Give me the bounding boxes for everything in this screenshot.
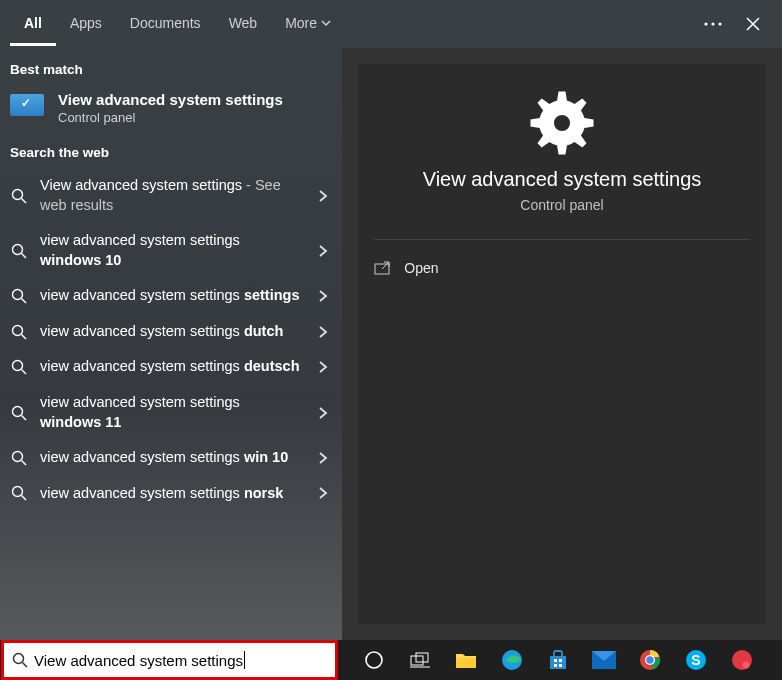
web-result-text: view advanced system settings windows 10 bbox=[40, 231, 332, 270]
app-icon[interactable] bbox=[728, 646, 756, 674]
svg-point-9 bbox=[13, 325, 23, 335]
taskbar: View advanced system settings S bbox=[0, 640, 782, 680]
search-icon bbox=[10, 288, 28, 304]
results-left-panel: Best match View advanced system settings… bbox=[0, 48, 342, 640]
tab-web[interactable]: Web bbox=[215, 3, 272, 46]
search-icon bbox=[10, 188, 28, 204]
svg-text:S: S bbox=[691, 652, 700, 668]
svg-point-11 bbox=[13, 361, 23, 371]
web-result[interactable]: view advanced system settings windows 11 bbox=[0, 385, 342, 440]
preview-inner: View advanced system settings Control pa… bbox=[358, 64, 766, 624]
taskbar-icons: S bbox=[338, 646, 782, 674]
svg-line-6 bbox=[22, 253, 27, 258]
search-value: View advanced system settings bbox=[34, 652, 243, 669]
search-icon bbox=[12, 652, 28, 668]
best-match-result[interactable]: View advanced system settings Control pa… bbox=[0, 85, 342, 131]
mail-icon[interactable] bbox=[590, 646, 618, 674]
web-result-text: view advanced system settings dutch bbox=[40, 322, 332, 342]
svg-line-12 bbox=[22, 370, 27, 375]
svg-rect-26 bbox=[411, 656, 423, 665]
search-icon bbox=[10, 324, 28, 340]
svg-rect-27 bbox=[416, 653, 428, 662]
web-result-text: view advanced system settings norsk bbox=[40, 484, 332, 504]
web-result-text: view advanced system settings deutsch bbox=[40, 357, 332, 377]
best-match-subtitle: Control panel bbox=[58, 110, 283, 125]
svg-point-1 bbox=[711, 22, 714, 25]
preview-actions: Open bbox=[374, 256, 749, 280]
open-label: Open bbox=[404, 260, 438, 276]
search-results-main: Best match View advanced system settings… bbox=[0, 48, 782, 640]
svg-rect-29 bbox=[456, 658, 476, 668]
web-result[interactable]: view advanced system settings norsk bbox=[0, 476, 342, 512]
svg-point-23 bbox=[14, 654, 24, 664]
chevron-right-icon[interactable] bbox=[318, 360, 328, 374]
tab-documents[interactable]: Documents bbox=[116, 3, 215, 46]
svg-rect-31 bbox=[550, 656, 566, 669]
best-match-title: View advanced system settings bbox=[58, 91, 283, 108]
gear-icon bbox=[527, 88, 597, 158]
chevron-down-icon bbox=[321, 18, 331, 28]
svg-rect-35 bbox=[559, 664, 562, 667]
svg-line-18 bbox=[22, 496, 27, 501]
open-icon bbox=[374, 261, 390, 275]
more-options-icon[interactable] bbox=[692, 14, 734, 34]
search-input[interactable]: View advanced system settings bbox=[1, 640, 338, 680]
web-result[interactable]: view advanced system settings dutch bbox=[0, 314, 342, 350]
chevron-right-icon[interactable] bbox=[318, 325, 328, 339]
preview-subtitle: Control panel bbox=[520, 197, 603, 213]
web-result[interactable]: view advanced system settings win 10 bbox=[0, 440, 342, 476]
svg-point-39 bbox=[646, 656, 653, 663]
web-result-text: View advanced system settings - See web … bbox=[40, 176, 332, 215]
chrome-icon[interactable] bbox=[636, 646, 664, 674]
svg-point-15 bbox=[13, 451, 23, 461]
svg-line-4 bbox=[22, 198, 27, 203]
file-explorer-icon[interactable] bbox=[452, 646, 480, 674]
svg-rect-33 bbox=[559, 659, 562, 662]
close-icon[interactable] bbox=[734, 9, 772, 39]
svg-line-24 bbox=[23, 663, 28, 668]
best-match-header: Best match bbox=[0, 48, 342, 85]
svg-line-16 bbox=[22, 460, 27, 465]
web-result-text: view advanced system settings win 10 bbox=[40, 448, 332, 468]
search-icon bbox=[10, 450, 28, 466]
tab-apps[interactable]: Apps bbox=[56, 3, 116, 46]
tab-more[interactable]: More bbox=[271, 3, 345, 46]
skype-icon[interactable]: S bbox=[682, 646, 710, 674]
preview-panel: View advanced system settings Control pa… bbox=[342, 48, 782, 640]
svg-point-0 bbox=[704, 22, 707, 25]
open-action[interactable]: Open bbox=[374, 256, 749, 280]
chevron-right-icon[interactable] bbox=[318, 289, 328, 303]
store-icon[interactable] bbox=[544, 646, 572, 674]
svg-line-8 bbox=[22, 299, 27, 304]
tab-all[interactable]: All bbox=[10, 3, 56, 46]
web-result[interactable]: view advanced system settings windows 10 bbox=[0, 223, 342, 278]
search-icon bbox=[10, 243, 28, 259]
control-panel-icon bbox=[10, 94, 46, 122]
cortana-icon[interactable] bbox=[360, 646, 388, 674]
chevron-right-icon[interactable] bbox=[318, 451, 328, 465]
chevron-right-icon[interactable] bbox=[318, 486, 328, 500]
svg-point-7 bbox=[13, 290, 23, 300]
svg-point-5 bbox=[13, 244, 23, 254]
chevron-right-icon[interactable] bbox=[318, 406, 328, 420]
text-cursor bbox=[244, 651, 245, 669]
svg-point-42 bbox=[732, 650, 752, 670]
edge-icon[interactable] bbox=[498, 646, 526, 674]
search-tab-bar: All Apps Documents Web More bbox=[0, 0, 782, 48]
web-result[interactable]: View advanced system settings - See web … bbox=[0, 168, 342, 223]
svg-point-2 bbox=[718, 22, 721, 25]
search-web-header: Search the web bbox=[0, 131, 342, 168]
chevron-right-icon[interactable] bbox=[318, 244, 328, 258]
svg-rect-32 bbox=[554, 659, 557, 662]
web-result[interactable]: view advanced system settings deutsch bbox=[0, 349, 342, 385]
svg-line-14 bbox=[22, 415, 27, 420]
web-result[interactable]: view advanced system settings settings bbox=[0, 278, 342, 314]
svg-point-17 bbox=[13, 487, 23, 497]
svg-line-10 bbox=[22, 334, 27, 339]
search-icon bbox=[10, 485, 28, 501]
chevron-right-icon[interactable] bbox=[318, 189, 328, 203]
task-view-icon[interactable] bbox=[406, 646, 434, 674]
svg-point-13 bbox=[13, 406, 23, 416]
preview-title: View advanced system settings bbox=[423, 168, 702, 191]
svg-rect-34 bbox=[554, 664, 557, 667]
